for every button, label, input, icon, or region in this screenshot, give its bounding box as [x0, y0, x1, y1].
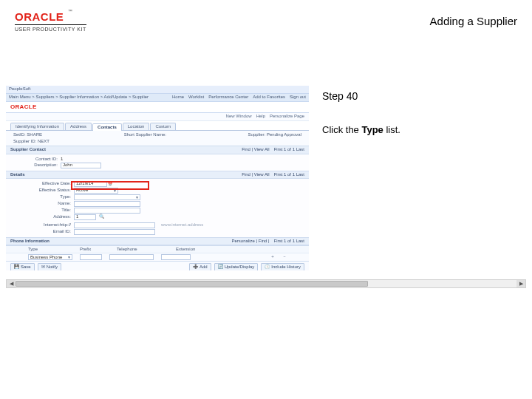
toolbar-fav[interactable]: Add to Favorites — [253, 95, 285, 100]
details-pager-text: First 1 of 1 Last — [274, 172, 304, 177]
tab-custom[interactable]: Custom — [150, 123, 176, 130]
short-name-label: Short Supplier Name: — [124, 132, 166, 137]
footer-left: 💾Save ✉Notify — [10, 263, 61, 270]
details-bar: Details Find | View All First 1 of 1 Las… — [6, 171, 309, 179]
include-icon: 🕓 — [265, 265, 270, 270]
toolbar-home[interactable]: Home — [172, 95, 184, 100]
supplier-contact-bar: Supplier Contact Find | View All First 1… — [6, 146, 309, 154]
phone-col-extension: Extension — [176, 247, 213, 252]
personalize-link[interactable]: Personalize Page — [270, 114, 304, 119]
eff-status-select[interactable]: Active — [74, 188, 118, 194]
phone-table-row: Business Phone ＋ － — [6, 253, 309, 261]
phone-table-header: Type Prefix Telephone Extension — [6, 245, 309, 253]
eff-date-label: Effective Date: — [28, 181, 71, 186]
step-text-pre: Click the — [322, 124, 361, 135]
title-label: Title: — [28, 208, 71, 213]
supplier-status: Pending Approval — [267, 132, 301, 137]
phone-col-prefix: Prefix — [80, 247, 109, 252]
brand-subline: USER PRODUCTIVITY KIT — [15, 24, 86, 32]
supplier-summary: SetID: SHARE Short Supplier Name: Suppli… — [6, 131, 309, 139]
phone-info-pager: First 1 of 1 Last — [274, 239, 304, 244]
phone-info-title: Phone Information — [10, 239, 50, 244]
toolbar-signout[interactable]: Sign out — [290, 95, 306, 100]
add-label: Add — [200, 265, 208, 270]
top-toolbar-tabs: Home Worklist Performance Center Add to … — [172, 95, 306, 100]
eff-status-label: Effective Status: — [28, 188, 71, 193]
save-icon: 💾 — [14, 265, 19, 270]
email-input[interactable] — [74, 229, 155, 235]
tab-contacts[interactable]: Contacts — [92, 123, 122, 131]
name-input[interactable] — [74, 201, 140, 207]
oracle-logo-text: ORACLE — [15, 10, 64, 23]
trademark-symbol: ™ — [68, 9, 73, 13]
toolbar-worklist[interactable]: Worklist — [188, 95, 204, 100]
tab-identifying[interactable]: Identifying Information — [10, 123, 64, 130]
address-lookup-icon[interactable]: 🔍 — [99, 214, 104, 219]
include-button[interactable]: 🕓Include History — [261, 263, 304, 270]
short-name-group: Short Supplier Name: — [124, 132, 166, 137]
brand-row: ORACLE ™ USER PRODUCTIVITY KIT Adding a … — [0, 6, 532, 35]
supplier-contact-find[interactable]: Find | View All — [242, 147, 269, 152]
scroll-left-arrow[interactable]: ◀ — [7, 280, 16, 287]
details-pager: Find | View All First 1 of 1 Last — [242, 172, 304, 177]
description-value: John — [63, 163, 72, 168]
description-label: Description: — [21, 163, 58, 168]
horizontal-scrollbar[interactable]: ◀ ▶ — [6, 279, 526, 288]
window-title-text: PeopleSoft — [9, 86, 30, 92]
phone-info-tools: Personalize | Find | First 1 of 1 Last — [232, 239, 305, 244]
instruction-column: Step 40 Click the Type list. — [322, 86, 526, 281]
new-window-link[interactable]: New Window — [226, 114, 252, 119]
email-label: Email ID: — [28, 229, 71, 234]
scroll-right-arrow[interactable]: ▶ — [516, 280, 525, 287]
update-icon: 🔄 — [218, 265, 223, 270]
update-button[interactable]: 🔄Update/Display — [214, 263, 259, 270]
eff-date-value: 12/19/14 — [76, 181, 93, 186]
supplier-id-label: Supplier ID: NEXT — [13, 139, 50, 144]
details-form: Effective Date: 12/19/14 Effective Statu… — [6, 179, 309, 237]
setid-value: SHARE — [27, 132, 42, 137]
breadcrumb-bar: Main Menu > Suppliers > Supplier Informa… — [6, 94, 309, 102]
supplier-setid-group: SetID: SHARE — [13, 132, 42, 137]
title-input[interactable] — [74, 208, 140, 214]
address-input[interactable]: 1 — [74, 214, 96, 220]
phone-col-type: Type — [28, 247, 72, 252]
phone-telephone-input[interactable] — [109, 254, 154, 260]
tab-address[interactable]: Address — [65, 123, 92, 130]
phone-prefix-input[interactable] — [80, 254, 102, 260]
toolbar-perf[interactable]: Performance Center — [208, 95, 248, 100]
content-tabs: Identifying Information Address Contacts… — [6, 121, 309, 131]
eff-status-value: Active — [76, 188, 88, 193]
description-input[interactable]: John — [61, 163, 101, 168]
setid-label: SetID: — [13, 132, 26, 137]
details-title: Details — [10, 172, 25, 177]
save-button[interactable]: 💾Save — [10, 263, 35, 270]
scroll-thumb[interactable] — [16, 281, 368, 287]
phone-type-select[interactable]: Business Phone — [28, 254, 72, 260]
include-label: Include History — [271, 265, 301, 270]
row-add-icon[interactable]: ＋ — [270, 254, 275, 260]
phone-info-personalize[interactable]: Personalize | Find | — [232, 239, 270, 244]
help-link[interactable]: Help — [256, 114, 265, 119]
add-icon: ➕ — [193, 265, 198, 270]
eff-date-input[interactable]: 12/19/14 — [74, 181, 107, 187]
url-label: Internet:http:// — [28, 222, 71, 228]
address-value: 1 — [76, 214, 78, 219]
url-input[interactable] — [74, 222, 155, 228]
scroll-track[interactable] — [16, 280, 516, 287]
add-button[interactable]: ➕Add — [189, 263, 211, 270]
notify-button[interactable]: ✉Notify — [38, 263, 61, 270]
supplier-label: Supplier: — [248, 132, 266, 137]
notify-icon: ✉ — [41, 265, 45, 270]
type-select[interactable] — [74, 194, 140, 200]
content-row: PeopleSoft Main Menu > Suppliers > Suppl… — [6, 86, 526, 281]
url-placeholder: www.internet.address — [161, 222, 203, 228]
notify-label: Notify — [47, 265, 58, 270]
supplier-contact-title: Supplier Contact — [10, 147, 46, 152]
user-bar: New Window Help Personalize Page — [6, 113, 309, 121]
row-remove-icon[interactable]: － — [282, 254, 287, 260]
step-text-bold: Type — [361, 124, 383, 135]
step-number: Step 40 — [322, 90, 526, 102]
phone-extension-input[interactable] — [161, 254, 191, 260]
details-find[interactable]: Find | View All — [242, 172, 269, 177]
tab-location[interactable]: Location — [123, 123, 150, 130]
